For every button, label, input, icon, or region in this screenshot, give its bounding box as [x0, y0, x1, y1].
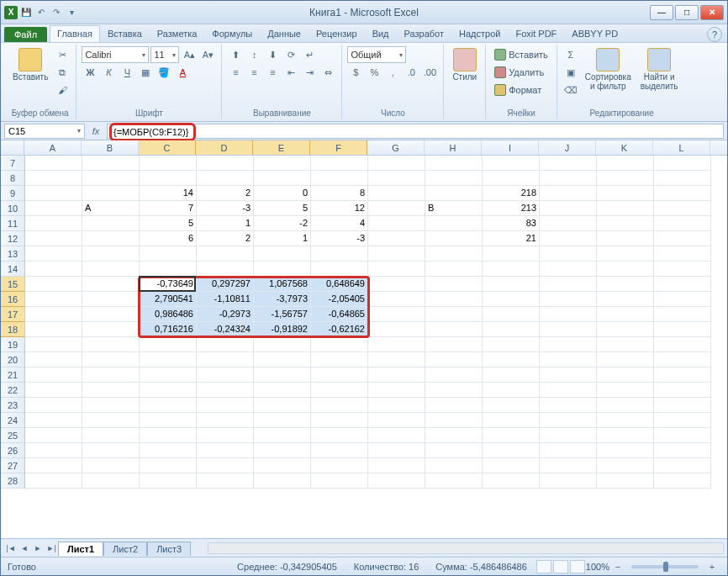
fill-icon[interactable]: ▣ — [562, 64, 579, 81]
sheet-nav-last[interactable]: ►| — [45, 542, 58, 555]
row-header-17[interactable]: 17 — [1, 307, 24, 322]
cell-A8[interactable] — [25, 171, 82, 186]
cell-H17[interactable] — [425, 307, 483, 322]
cell-F16[interactable]: -2,05405 — [311, 292, 368, 307]
cell-D21[interactable] — [197, 367, 254, 383]
cell-C27[interactable] — [140, 458, 197, 473]
cell-K24[interactable] — [597, 413, 654, 428]
cell-B21[interactable] — [82, 367, 140, 383]
cell-C18[interactable]: 0,716216 — [140, 322, 197, 337]
cell-H11[interactable] — [425, 216, 483, 231]
cell-E25[interactable] — [254, 428, 311, 443]
cell-B8[interactable] — [82, 171, 140, 186]
cell-F25[interactable] — [311, 428, 368, 443]
cell-E14[interactable] — [254, 262, 311, 277]
row-header-19[interactable]: 19 — [1, 337, 24, 352]
cell-H20[interactable] — [425, 352, 483, 367]
cell-I19[interactable] — [483, 337, 540, 352]
sheet-nav-next[interactable]: ► — [31, 542, 45, 555]
cell-E19[interactable] — [254, 337, 311, 352]
cell-J21[interactable] — [540, 367, 597, 383]
tab-foxit pdf[interactable]: Foxit PDF — [508, 25, 564, 42]
cell-E15[interactable]: 1,067568 — [254, 277, 311, 292]
spreadsheet-grid[interactable]: ABCDEFGHIJKL 789101112131415161718192021… — [1, 140, 727, 538]
cell-K18[interactable] — [597, 322, 654, 337]
cell-B12[interactable] — [82, 231, 140, 246]
cell-K12[interactable] — [597, 231, 654, 246]
fx-button[interactable]: fx — [87, 124, 105, 139]
cell-C20[interactable] — [140, 352, 197, 367]
sheet-nav-first[interactable]: |◄ — [4, 542, 18, 555]
cell-E11[interactable]: -2 — [254, 216, 311, 231]
horizontal-scrollbar[interactable] — [208, 542, 724, 554]
tab-разметка[interactable]: Разметка — [150, 25, 205, 42]
column-header-C[interactable]: C — [139, 140, 196, 155]
cell-C28[interactable] — [140, 473, 197, 489]
cell-L12[interactable] — [654, 231, 711, 246]
tab-вставка[interactable]: Вставка — [100, 25, 150, 42]
autosum-icon[interactable]: Σ — [562, 46, 579, 63]
bold-icon[interactable]: Ж — [82, 64, 98, 81]
comma-icon[interactable]: , — [384, 64, 401, 81]
cell-K8[interactable] — [597, 171, 654, 186]
cell-A19[interactable] — [25, 337, 82, 352]
cell-G20[interactable] — [368, 352, 425, 367]
cell-B13[interactable] — [82, 246, 140, 262]
find-select-button[interactable]: Найти и выделить — [637, 46, 682, 92]
cell-I24[interactable] — [483, 413, 540, 428]
cell-C22[interactable] — [140, 383, 197, 398]
cell-F17[interactable]: -0,64865 — [311, 307, 368, 322]
font-color-icon[interactable]: A — [174, 64, 191, 81]
row-header-22[interactable]: 22 — [1, 383, 24, 398]
cell-L19[interactable] — [654, 337, 711, 352]
cell-G27[interactable] — [368, 458, 425, 473]
cell-D15[interactable]: 0,297297 — [197, 277, 254, 292]
cell-K20[interactable] — [597, 352, 654, 367]
cell-I21[interactable] — [483, 367, 540, 383]
format-cells-button[interactable]: Формат — [491, 82, 545, 98]
cell-J14[interactable] — [540, 262, 597, 277]
cell-A17[interactable] — [25, 307, 82, 322]
row-header-12[interactable]: 12 — [1, 231, 24, 246]
cell-K15[interactable] — [597, 277, 654, 292]
cell-I13[interactable] — [483, 246, 540, 262]
tab-главная[interactable]: Главная — [50, 25, 100, 42]
cell-B15[interactable] — [82, 277, 140, 292]
cell-K26[interactable] — [597, 443, 654, 458]
cell-I7[interactable] — [483, 156, 540, 171]
cell-J13[interactable] — [540, 246, 597, 262]
cell-C21[interactable] — [140, 367, 197, 383]
cell-K27[interactable] — [597, 458, 654, 473]
column-header-G[interactable]: G — [367, 140, 425, 155]
cell-F15[interactable]: 0,648649 — [311, 277, 368, 292]
cell-H19[interactable] — [425, 337, 483, 352]
row-header-7[interactable]: 7 — [1, 156, 24, 171]
cell-B28[interactable] — [82, 473, 140, 489]
tab-разработ[interactable]: Разработ — [397, 25, 451, 42]
cell-E20[interactable] — [254, 352, 311, 367]
cell-D16[interactable]: -1,10811 — [197, 292, 254, 307]
cell-E27[interactable] — [254, 458, 311, 473]
cell-C24[interactable] — [140, 413, 197, 428]
cell-D9[interactable]: 2 — [197, 186, 254, 201]
cell-G12[interactable] — [368, 231, 425, 246]
row-header-24[interactable]: 24 — [1, 413, 24, 428]
cell-F20[interactable] — [311, 352, 368, 367]
indent-inc-icon[interactable]: ⇥ — [301, 64, 318, 81]
cell-G23[interactable] — [368, 398, 425, 413]
sheet-tab-Лист2[interactable]: Лист2 — [103, 542, 147, 556]
row-header-26[interactable]: 26 — [1, 443, 24, 458]
cell-L24[interactable] — [654, 413, 711, 428]
underline-icon[interactable]: Ч — [119, 64, 135, 81]
cell-G7[interactable] — [368, 156, 425, 171]
column-header-B[interactable]: B — [82, 140, 139, 155]
dec-decimal-icon[interactable]: .00 — [421, 64, 438, 81]
cell-L14[interactable] — [654, 262, 711, 277]
cell-J8[interactable] — [540, 171, 597, 186]
align-middle-icon[interactable]: ↕ — [245, 46, 262, 63]
cell-L10[interactable] — [654, 201, 711, 216]
cell-J18[interactable] — [540, 322, 597, 337]
maximize-button[interactable]: □ — [675, 5, 699, 20]
cell-G25[interactable] — [368, 428, 425, 443]
cell-B10[interactable]: A — [82, 201, 140, 216]
